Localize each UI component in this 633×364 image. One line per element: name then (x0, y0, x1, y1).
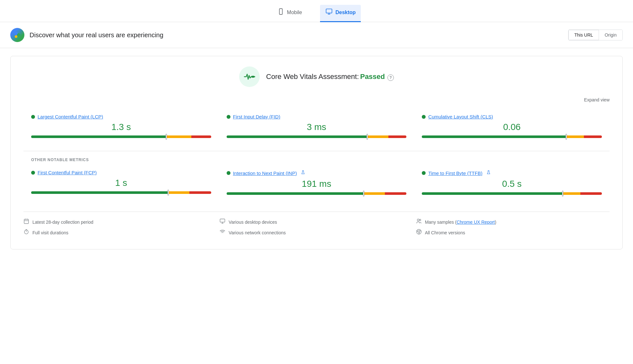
calendar-icon (23, 218, 29, 226)
bar-good-ttfb (422, 192, 562, 195)
bar-needs-improvement-fid (367, 135, 388, 138)
metric-value-cls: 0.06 (422, 122, 602, 132)
bar-poor-fcp (189, 191, 211, 194)
svg-rect-0 (279, 9, 282, 14)
vitals-title: Core Web Vitals Assessment: Passed ? (266, 73, 394, 81)
metric-bar-fcp (31, 191, 211, 194)
metric-item-lcp: Largest Contentful Paint (LCP)1.3 s (23, 109, 219, 144)
metric-dot-ttfb (422, 171, 426, 175)
bar-needs-improvement-ttfb (562, 192, 580, 195)
footer-item-samples: Many samples (Chrome UX Report) (416, 218, 610, 226)
bar-good-fid (227, 135, 367, 138)
metric-label-row-fid: First Input Delay (FID) (227, 114, 407, 119)
header: Discover what your real users are experi… (0, 22, 633, 48)
other-metrics-grid: First Contentful Paint (FCP)1 sInteracti… (23, 165, 610, 201)
tab-mobile-label: Mobile (287, 10, 302, 15)
desktop-icon (325, 8, 333, 17)
metric-value-fcp: 1 s (31, 178, 211, 188)
metric-label-text-lcp[interactable]: Largest Contentful Paint (LCP) (38, 114, 103, 119)
bar-poor-ttfb (580, 192, 602, 195)
footer-item-chrome: All Chrome versions (416, 229, 610, 236)
vitals-status: Passed (360, 73, 385, 81)
stopwatch-icon (23, 229, 29, 236)
main-card: Core Web Vitals Assessment: Passed ? Exp… (10, 56, 623, 249)
metric-label-text-cls[interactable]: Cumulative Layout Shift (CLS) (428, 114, 493, 119)
footer-item-devices: Various desktop devices (220, 218, 413, 226)
chrome-icon (416, 229, 422, 236)
metric-item-cls: Cumulative Layout Shift (CLS)0.06 (414, 109, 610, 144)
bar-needs-improvement-inp (363, 192, 385, 195)
bar-poor-inp (385, 192, 406, 195)
metric-bar-cls (422, 135, 602, 138)
origin-button[interactable]: Origin (599, 30, 622, 40)
bar-needs-improvement-fcp (168, 191, 189, 194)
flask-icon-inp (301, 170, 305, 176)
footer-network-text: Various network connections (229, 230, 286, 235)
svg-point-9 (253, 76, 255, 78)
bar-needs-improvement-lcp (166, 135, 191, 138)
core-metrics-grid: Largest Contentful Paint (LCP)1.3 sFirst… (23, 109, 610, 144)
mobile-icon (277, 8, 284, 17)
metric-label-row-fcp: First Contentful Paint (FCP) (31, 170, 211, 175)
metric-item-fid: First Input Delay (FID)3 ms (219, 109, 414, 144)
svg-point-23 (417, 219, 419, 221)
metric-item-inp: Interaction to Next Paint (INP)191 ms (219, 165, 414, 201)
bar-poor-fid (388, 135, 406, 138)
header-avatar (10, 28, 24, 42)
expand-link[interactable]: Expand view (584, 97, 610, 102)
bar-poor-cls (584, 135, 602, 138)
divider (23, 151, 610, 151)
vitals-icon (239, 66, 260, 87)
metric-label-text-fid[interactable]: First Input Delay (FID) (233, 114, 281, 119)
metric-item-ttfb: Time to First Byte (TTFB)0.5 s (414, 165, 610, 201)
device-tabs: Mobile Desktop (0, 0, 633, 22)
metric-label-row-inp: Interaction to Next Paint (INP) (227, 170, 407, 176)
svg-rect-19 (220, 219, 225, 222)
footer-col-1: Latest 28-day collection period Full vis… (23, 218, 217, 236)
metric-bar-inp (227, 192, 407, 195)
svg-rect-2 (326, 9, 332, 13)
metric-label-text-ttfb[interactable]: Time to First Byte (TTFB) (428, 170, 482, 176)
crux-link[interactable]: Chrome UX Report (456, 220, 495, 225)
metric-label-text-fcp[interactable]: First Contentful Paint (FCP) (38, 170, 97, 175)
monitor-icon (220, 218, 225, 226)
metric-bar-ttfb (422, 192, 602, 195)
users-icon (416, 218, 422, 226)
wifi-icon (220, 229, 225, 236)
bar-marker-fid (367, 134, 368, 139)
footer-col-3: Many samples (Chrome UX Report) All Chro… (416, 218, 610, 236)
footer-item-collection: Latest 28-day collection period (23, 218, 217, 226)
tab-desktop[interactable]: Desktop (320, 5, 361, 22)
this-url-button[interactable]: This URL (568, 30, 599, 40)
metric-dot-inp (227, 171, 230, 175)
bar-good-lcp (31, 135, 166, 138)
tab-mobile[interactable]: Mobile (272, 5, 307, 22)
metric-item-fcp: First Contentful Paint (FCP)1 s (23, 165, 219, 201)
help-icon[interactable]: ? (387, 74, 394, 81)
footer-devices-text: Various desktop devices (229, 220, 277, 225)
metric-dot-fid (227, 115, 230, 119)
bar-needs-improvement-cls (566, 135, 584, 138)
metric-bar-lcp (31, 135, 211, 138)
tab-desktop-label: Desktop (335, 10, 356, 15)
svg-point-7 (15, 35, 17, 38)
bar-marker-fcp (168, 190, 169, 195)
metric-label-text-inp[interactable]: Interaction to Next Paint (INP) (233, 170, 297, 176)
flask-icon-ttfb (486, 170, 491, 176)
metric-label-row-ttfb: Time to First Byte (TTFB) (422, 170, 602, 176)
bar-good-cls (422, 135, 566, 138)
expand-row: Expand view (23, 97, 610, 102)
metric-label-row-lcp: Largest Contentful Paint (LCP) (31, 114, 211, 119)
footer-chrome-text: All Chrome versions (425, 230, 465, 235)
vitals-header: Core Web Vitals Assessment: Passed ? (23, 66, 610, 87)
bar-marker-ttfb (562, 191, 563, 196)
metric-value-fid: 3 ms (227, 122, 407, 132)
bar-marker-cls (566, 134, 567, 139)
metric-dot-lcp (31, 115, 35, 119)
header-title: Discover what your real users are experi… (30, 31, 163, 39)
footer-collection-text: Latest 28-day collection period (32, 220, 93, 225)
metric-value-ttfb: 0.5 s (422, 179, 602, 189)
header-left: Discover what your real users are experi… (10, 28, 163, 42)
footer-col-2: Various desktop devices Various network … (220, 218, 413, 236)
vitals-assessment-label: Core Web Vitals Assessment: (266, 73, 359, 81)
